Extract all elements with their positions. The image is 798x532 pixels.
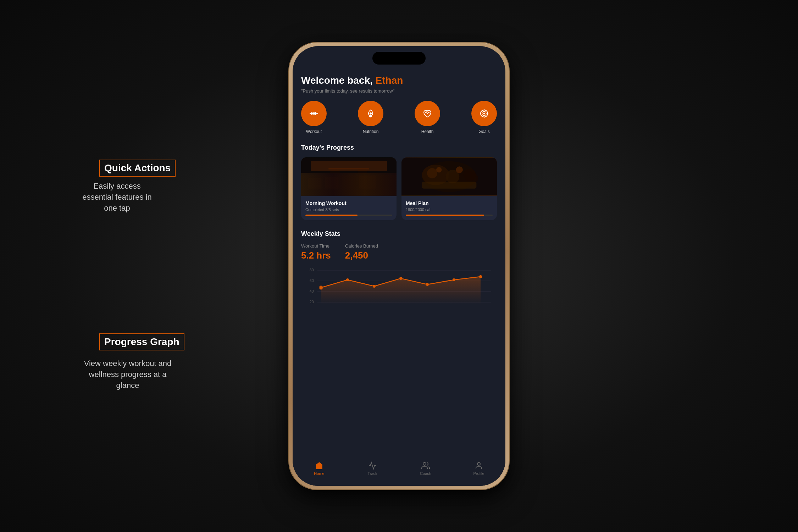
- progress-graph-annotation-box: Progress Graph: [99, 333, 184, 350]
- meal-plan-subtitle: 1800/2000 cal: [406, 207, 493, 212]
- todays-progress-title: Today's Progress: [301, 144, 497, 151]
- svg-point-45: [373, 285, 376, 288]
- todays-progress-section: Today's Progress: [301, 144, 497, 220]
- quick-actions-annotation-desc: Easily access essential features in one …: [78, 181, 156, 214]
- meal-plan-card-body: Meal Plan 1800/2000 cal: [401, 196, 497, 220]
- svg-point-30: [464, 169, 476, 181]
- svg-point-23: [358, 169, 368, 174]
- svg-rect-20: [359, 176, 376, 189]
- phone-shell: Welcome back, Ethan "Push your limits to…: [289, 43, 509, 489]
- svg-point-52: [477, 462, 480, 465]
- svg-point-33: [456, 166, 463, 173]
- goals-icon-circle[interactable]: [471, 101, 497, 126]
- profile-icon: [475, 461, 483, 470]
- workout-time-stat: Workout Time 5.2 hrs: [301, 243, 331, 261]
- nav-home-label: Home: [314, 471, 324, 476]
- svg-rect-0: [310, 113, 311, 114]
- workout-icon: [308, 108, 320, 119]
- home-icon: [315, 461, 323, 470]
- svg-text:20: 20: [310, 300, 314, 304]
- svg-rect-18: [325, 177, 338, 189]
- svg-rect-3: [315, 112, 316, 115]
- nutrition-icon: [365, 108, 376, 119]
- stats-row: Workout Time 5.2 hrs Calories Burned 2,4…: [301, 243, 497, 261]
- morning-workout-progress-bg: [305, 215, 392, 216]
- health-icon-circle[interactable]: [415, 101, 440, 126]
- svg-rect-2: [311, 112, 312, 115]
- svg-point-50: [319, 286, 323, 290]
- nav-profile-label: Profile: [473, 471, 484, 476]
- workout-icon-circle[interactable]: [301, 101, 327, 126]
- svg-point-32: [436, 167, 442, 172]
- nav-coach[interactable]: Coach: [399, 461, 452, 476]
- gym-image: [301, 157, 397, 196]
- meal-plan-progress-fill: [406, 215, 484, 216]
- welcome-text: Welcome back, Ethan: [301, 75, 497, 86]
- morning-workout-subtitle: Completed 3/5 sets: [305, 207, 392, 212]
- workout-time-value: 5.2 hrs: [301, 250, 331, 261]
- morning-workout-card[interactable]: Morning Workout Completed 3/5 sets: [301, 157, 397, 220]
- svg-rect-4: [312, 112, 315, 115]
- nutrition-icon-circle[interactable]: [358, 101, 383, 126]
- screen-content: Welcome back, Ethan "Push your limits to…: [293, 46, 505, 486]
- meal-plan-title: Meal Plan: [406, 200, 493, 206]
- workout-label: Workout: [306, 129, 322, 134]
- meal-image: [401, 157, 497, 196]
- phone-screen: Welcome back, Ethan "Push your limits to…: [293, 46, 505, 486]
- svg-rect-1: [316, 113, 318, 114]
- svg-point-51: [423, 462, 426, 465]
- morning-workout-title: Morning Workout: [305, 200, 392, 206]
- svg-point-47: [426, 283, 429, 286]
- action-health[interactable]: Health: [415, 101, 440, 134]
- svg-point-7: [370, 112, 372, 115]
- svg-rect-31: [422, 182, 477, 188]
- bottom-navigation: Home Track Coach: [293, 454, 505, 486]
- scroll-area: Workout Nutrition: [293, 94, 505, 454]
- progress-cards: Morning Workout Completed 3/5 sets: [301, 157, 497, 220]
- weekly-stats-section: Weekly Stats Workout Time 5.2 hrs Calori…: [301, 230, 497, 316]
- calories-burned-label: Calories Burned: [345, 243, 378, 249]
- svg-rect-21: [328, 168, 369, 170]
- morning-workout-card-body: Morning Workout Completed 3/5 sets: [301, 196, 397, 220]
- dynamic-island: [372, 52, 426, 65]
- nutrition-label: Nutrition: [363, 129, 379, 134]
- progress-graph: 80 60 40 20: [301, 267, 497, 316]
- svg-point-22: [330, 170, 340, 175]
- nav-track[interactable]: Track: [346, 461, 399, 476]
- svg-point-46: [399, 277, 402, 280]
- svg-point-48: [453, 278, 455, 281]
- meal-svg: [401, 157, 497, 196]
- calories-burned-value: 2,450: [345, 250, 378, 261]
- weekly-stats-title: Weekly Stats: [301, 230, 497, 238]
- user-name: Ethan: [376, 75, 403, 86]
- meal-plan-progress-bg: [406, 215, 493, 216]
- quick-actions-row: Workout Nutrition: [301, 101, 497, 134]
- workout-time-label: Workout Time: [301, 243, 331, 249]
- svg-text:40: 40: [310, 289, 314, 293]
- quick-actions-section: Workout Nutrition: [301, 101, 497, 134]
- action-nutrition[interactable]: Nutrition: [358, 101, 383, 134]
- morning-workout-progress-fill: [305, 215, 358, 216]
- svg-point-44: [346, 278, 349, 281]
- svg-rect-17: [308, 178, 321, 189]
- track-icon: [368, 461, 377, 470]
- graph-svg: 80 60 40 20: [301, 267, 497, 316]
- quick-actions-annotation-title: Quick Actions: [104, 162, 171, 173]
- goals-label: Goals: [478, 129, 489, 134]
- gym-background-sim: [301, 157, 397, 196]
- motivational-quote: "Push your limits today, see results tom…: [301, 88, 497, 94]
- action-goals[interactable]: Goals: [471, 101, 497, 134]
- nav-track-label: Track: [367, 471, 377, 476]
- nav-home[interactable]: Home: [293, 461, 346, 476]
- goals-icon: [478, 108, 490, 119]
- svg-point-49: [479, 275, 482, 278]
- svg-point-10: [483, 113, 485, 115]
- progress-graph-annotation-desc: View weekly workout and wellness progres…: [83, 358, 172, 391]
- meal-plan-card[interactable]: Meal Plan 1800/2000 cal: [401, 157, 497, 220]
- action-workout[interactable]: Workout: [301, 101, 327, 134]
- svg-rect-15: [301, 158, 397, 195]
- gym-svg: [301, 157, 397, 196]
- coach-icon: [421, 461, 430, 470]
- svg-rect-19: [342, 178, 355, 189]
- nav-profile[interactable]: Profile: [452, 461, 505, 476]
